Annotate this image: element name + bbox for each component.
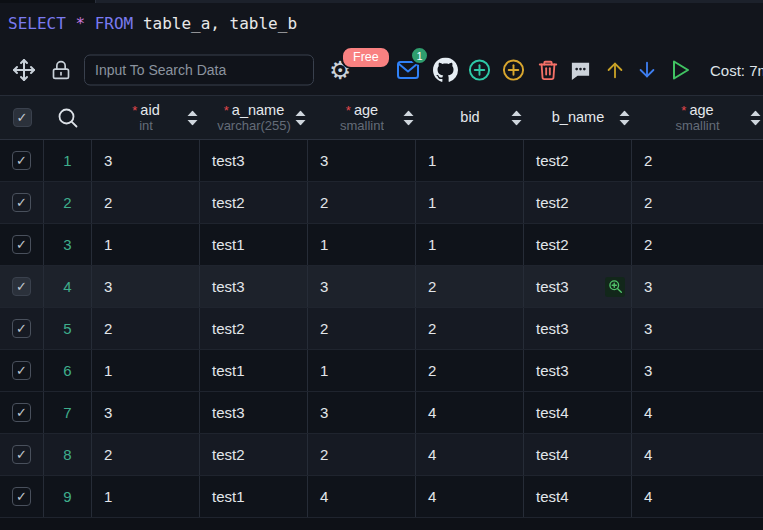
cell-age[interactable]: 4 xyxy=(632,392,763,433)
cell-age[interactable]: 1 xyxy=(308,224,416,265)
cell-aid[interactable]: 1 xyxy=(92,476,200,517)
cell-age[interactable]: 4 xyxy=(632,476,763,517)
cell-b_name[interactable]: test3 xyxy=(524,266,632,307)
lock-icon[interactable] xyxy=(51,60,71,80)
cell-aid[interactable]: 2 xyxy=(92,308,200,349)
arrow-down-icon[interactable] xyxy=(636,59,658,81)
sort-icon[interactable] xyxy=(295,110,306,125)
cell-bid[interactable]: 4 xyxy=(416,434,524,475)
cell-age[interactable]: 2 xyxy=(632,224,763,265)
cell-a_name[interactable]: test2 xyxy=(200,308,308,349)
cell-age[interactable]: 3 xyxy=(632,266,763,307)
cell-age[interactable]: 3 xyxy=(308,392,416,433)
cell-a_name[interactable]: test3 xyxy=(200,392,308,433)
cell-age[interactable]: 2 xyxy=(308,308,416,349)
row-checkbox[interactable]: ✓ xyxy=(12,319,31,338)
row-checkbox[interactable]: ✓ xyxy=(12,361,31,380)
add-circle-orange-icon[interactable] xyxy=(502,58,525,81)
table-row[interactable]: ✓91test144test44 xyxy=(0,476,763,518)
row-checkbox[interactable]: ✓ xyxy=(12,403,31,422)
github-icon[interactable] xyxy=(433,57,458,82)
table-row[interactable]: ✓73test334test44 xyxy=(0,392,763,434)
cell-age[interactable]: 1 xyxy=(308,350,416,391)
sort-icon[interactable] xyxy=(403,110,414,125)
cell-a_name[interactable]: test3 xyxy=(200,266,308,307)
select-all-checkbox[interactable]: ✓ xyxy=(13,108,32,127)
column-header-b_name[interactable]: b_name xyxy=(524,96,632,139)
column-header-age[interactable]: *agesmallint xyxy=(308,96,416,139)
row-checkbox[interactable]: ✓ xyxy=(12,445,31,464)
cell-age[interactable]: 2 xyxy=(632,182,763,223)
cell-age[interactable]: 3 xyxy=(308,266,416,307)
cell-age[interactable]: 3 xyxy=(308,140,416,181)
sort-icon[interactable] xyxy=(187,110,198,125)
row-checkbox[interactable]: ✓ xyxy=(12,151,31,170)
cell-bid[interactable]: 1 xyxy=(416,140,524,181)
cell-a_name[interactable]: test1 xyxy=(200,476,308,517)
cell-a_name[interactable]: test3 xyxy=(200,140,308,181)
cell-aid[interactable]: 2 xyxy=(92,182,200,223)
cell-b_name[interactable]: test2 xyxy=(524,182,632,223)
cell-age[interactable]: 2 xyxy=(308,434,416,475)
column-header-age[interactable]: *agesmallint xyxy=(632,96,763,139)
row-checkbox[interactable]: ✓ xyxy=(12,193,31,212)
cell-age[interactable]: 4 xyxy=(632,434,763,475)
row-checkbox[interactable]: ✓ xyxy=(12,487,31,506)
cell-b_name[interactable]: test3 xyxy=(524,308,632,349)
search-input[interactable] xyxy=(95,62,303,78)
table-row[interactable]: ✓22test221test22 xyxy=(0,182,763,224)
column-header-aid[interactable]: *aidint xyxy=(92,96,200,139)
sort-icon[interactable] xyxy=(619,110,630,125)
table-row[interactable]: ✓61test112test33 xyxy=(0,350,763,392)
cell-b_name[interactable]: test4 xyxy=(524,476,632,517)
cell-value: 3 xyxy=(104,152,112,169)
cell-age[interactable]: 4 xyxy=(308,476,416,517)
cell-b_name[interactable]: test2 xyxy=(524,224,632,265)
table-row[interactable]: ✓82test224test44 xyxy=(0,434,763,476)
chat-icon[interactable] xyxy=(569,58,592,81)
cell-bid[interactable]: 2 xyxy=(416,350,524,391)
cell-aid[interactable]: 3 xyxy=(92,392,200,433)
cell-bid[interactable]: 2 xyxy=(416,266,524,307)
sort-icon[interactable] xyxy=(511,110,522,125)
cell-bid[interactable]: 1 xyxy=(416,224,524,265)
cell-age[interactable]: 3 xyxy=(632,308,763,349)
cell-a_name[interactable]: test2 xyxy=(200,182,308,223)
table-row[interactable]: ✓52test222test33 xyxy=(0,308,763,350)
cell-bid[interactable]: 1 xyxy=(416,182,524,223)
column-header-bid[interactable]: bid xyxy=(416,96,524,139)
cell-aid[interactable]: 1 xyxy=(92,224,200,265)
table-row[interactable]: ✓31test111test22 xyxy=(0,224,763,266)
row-checkbox[interactable]: ✓ xyxy=(12,235,31,254)
cell-bid[interactable]: 4 xyxy=(416,392,524,433)
column-header-a_name[interactable]: *a_namevarchar(255) xyxy=(200,96,308,139)
cell-b_name[interactable]: test4 xyxy=(524,434,632,475)
cell-age[interactable]: 3 xyxy=(632,350,763,391)
sql-editor-line[interactable]: SELECT * FROM table_a, table_b xyxy=(0,3,763,44)
cell-a_name[interactable]: test2 xyxy=(200,434,308,475)
cell-b_name[interactable]: test3 xyxy=(524,350,632,391)
cell-age[interactable]: 2 xyxy=(308,182,416,223)
play-icon[interactable] xyxy=(668,58,692,82)
table-row[interactable]: ✓43test332test33 xyxy=(0,266,763,308)
cell-aid[interactable]: 3 xyxy=(92,140,200,181)
cell-aid[interactable]: 1 xyxy=(92,350,200,391)
cell-b_name[interactable]: test2 xyxy=(524,140,632,181)
sort-icon[interactable] xyxy=(750,110,761,125)
cell-aid[interactable]: 3 xyxy=(92,266,200,307)
zoom-in-icon[interactable] xyxy=(605,277,625,297)
cell-b_name[interactable]: test4 xyxy=(524,392,632,433)
arrow-up-icon[interactable] xyxy=(604,59,626,81)
cell-a_name[interactable]: test1 xyxy=(200,350,308,391)
cell-bid[interactable]: 2 xyxy=(416,308,524,349)
cell-a_name[interactable]: test1 xyxy=(200,224,308,265)
magnifier-icon[interactable] xyxy=(56,106,80,130)
row-checkbox[interactable]: ✓ xyxy=(12,277,31,296)
move-icon[interactable] xyxy=(12,58,36,82)
table-row[interactable]: ✓13test331test22 xyxy=(0,140,763,182)
cell-age[interactable]: 2 xyxy=(632,140,763,181)
cell-aid[interactable]: 2 xyxy=(92,434,200,475)
add-circle-teal-icon[interactable] xyxy=(468,58,491,81)
cell-bid[interactable]: 4 xyxy=(416,476,524,517)
trash-icon[interactable] xyxy=(537,59,559,81)
